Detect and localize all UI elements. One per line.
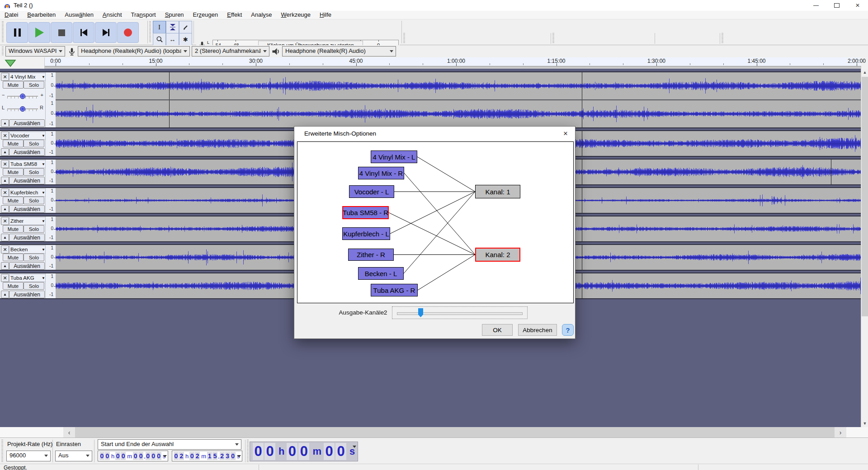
time-ruler-scale[interactable]: 0:0015:0030:0045:001:00:001:15:001:30:00… (44, 57, 861, 69)
toolbar-grip[interactable] (2, 47, 4, 56)
toolbar-grip[interactable] (1, 440, 3, 462)
collapse-icon[interactable]: ▲ (1, 234, 9, 241)
select-button[interactable]: Auswählen (9, 291, 45, 298)
envelope-tool-button[interactable] (166, 21, 179, 33)
track-name-menu[interactable]: Becken▼ (9, 245, 47, 254)
mixer-track-node[interactable]: Zither - R (348, 249, 394, 261)
menu-werkzeuge[interactable]: Werkzeuge (277, 11, 316, 19)
close-button[interactable]: ✕ (847, 0, 868, 11)
selection-end-field[interactable]: 02h02m15,230s (172, 451, 242, 461)
solo-button[interactable]: Solo (24, 254, 44, 261)
collapse-icon[interactable]: ▲ (1, 119, 9, 127)
stop-button[interactable] (51, 22, 72, 43)
waveform-canvas[interactable] (56, 72, 861, 99)
horizontal-scrollbar[interactable]: ‹ › (0, 427, 868, 438)
skip-to-start-button[interactable] (73, 22, 94, 43)
vertical-scrollbar-thumb[interactable] (862, 77, 868, 316)
snap-select[interactable]: Aus (55, 451, 92, 461)
mixer-track-node[interactable]: Tuba SM58 - R (342, 206, 389, 219)
close-track-icon[interactable]: ✕ (1, 132, 9, 140)
select-button[interactable]: Auswählen (9, 177, 45, 184)
vertical-ruler[interactable]: 10-110-1 (45, 72, 56, 127)
pan-thumb[interactable] (20, 106, 25, 112)
play-button[interactable] (28, 22, 50, 43)
mute-button[interactable]: Mute (3, 81, 24, 89)
dialog-close-icon[interactable]: ✕ (560, 129, 571, 138)
draw-tool-button[interactable] (179, 21, 192, 33)
close-track-icon[interactable]: ✕ (1, 188, 9, 197)
select-button[interactable]: Auswählen (9, 262, 45, 270)
toolbar-grip[interactable] (2, 21, 4, 43)
output-channels-slider[interactable] (392, 306, 528, 319)
help-button[interactable]: ? (562, 324, 574, 336)
menu-transport[interactable]: Transport (127, 11, 160, 19)
mixer-track-node[interactable]: Tuba AKG - R (371, 284, 418, 296)
pinned-play-head-icon[interactable] (5, 59, 16, 67)
solo-button[interactable]: Solo (24, 225, 44, 233)
waveform-canvas[interactable] (56, 100, 861, 127)
menu-erzeugen[interactable]: Erzeugen (189, 11, 223, 19)
solo-button[interactable]: Solo (24, 197, 44, 204)
ok-button[interactable]: OK (482, 324, 513, 336)
slider-groove[interactable] (397, 312, 523, 315)
mixer-track-node[interactable]: Vocoder - L (349, 185, 394, 198)
collapse-icon[interactable]: ▲ (1, 205, 9, 213)
close-track-icon[interactable]: ✕ (1, 274, 9, 282)
select-button[interactable]: Auswählen (9, 148, 45, 156)
vertical-ruler[interactable]: 10-1 (45, 160, 56, 184)
timeshift-tool-button[interactable]: ↔ (166, 33, 179, 46)
menu-datei[interactable]: Datei (0, 11, 23, 19)
audio-host-select[interactable]: Windows WASAPI (5, 46, 65, 56)
track-name-menu[interactable]: Tuba AKG▼ (9, 274, 47, 282)
close-track-icon[interactable]: ✕ (1, 160, 9, 168)
track-waveform-area[interactable] (56, 72, 861, 127)
close-track-icon[interactable]: ✕ (1, 245, 9, 254)
toolbar-grip[interactable] (722, 33, 723, 44)
skip-to-end-button[interactable] (95, 22, 117, 43)
select-button[interactable]: Auswählen (9, 205, 45, 213)
menu-bearbeiten[interactable]: Bearbeiten (23, 11, 60, 19)
mixer-track-node[interactable]: 4 Vinyl Mix - L (371, 150, 417, 163)
close-track-icon[interactable]: ✕ (1, 217, 9, 225)
recording-channels-select[interactable]: 2 (Stereo) Aufnahmekanäle (192, 46, 269, 56)
selection-tool-button[interactable]: I (153, 21, 166, 33)
toolbar-grip[interactable] (552, 33, 554, 44)
vertical-ruler[interactable]: 10-1 (45, 188, 56, 213)
gain-thumb[interactable] (20, 94, 25, 99)
collapse-icon[interactable]: ▲ (1, 148, 9, 156)
menu-analyse[interactable]: Analyse (246, 11, 276, 19)
mixer-track-node[interactable]: Becken - L (358, 267, 404, 280)
mute-button[interactable]: Mute (3, 168, 24, 176)
record-button[interactable] (117, 22, 139, 43)
track-name-menu[interactable]: Kupferblech▼ (9, 188, 47, 197)
select-button[interactable]: Auswählen (9, 119, 45, 127)
vertical-ruler[interactable]: 10-1 (45, 216, 56, 241)
mute-button[interactable]: Mute (3, 225, 24, 233)
select-button[interactable]: Auswählen (9, 234, 45, 241)
cancel-button[interactable]: Abbrechen (518, 324, 557, 336)
toolbar-grip[interactable] (149, 21, 151, 43)
project-rate-select[interactable]: 96000 (6, 451, 51, 461)
horizontal-scrollbar-track[interactable] (75, 427, 835, 438)
solo-button[interactable]: Solo (24, 140, 44, 147)
scroll-right-icon[interactable]: › (835, 427, 846, 438)
zoom-tool-button[interactable] (153, 33, 166, 46)
menu-hilfe[interactable]: Hilfe (315, 11, 336, 19)
toolbar-grip[interactable] (247, 440, 249, 462)
toolbar-grip[interactable] (403, 33, 405, 44)
collapse-icon[interactable]: ▲ (1, 291, 9, 298)
track-name-menu[interactable]: Vocoder▼ (9, 132, 47, 140)
vertical-ruler[interactable]: 10-1 (45, 131, 56, 156)
scroll-left-icon[interactable]: ‹ (63, 427, 75, 438)
selection-mode-select[interactable]: Start und Ende der Auswahl (98, 439, 241, 450)
mixer-track-node[interactable]: Kupferblech - L (342, 227, 390, 240)
solo-button[interactable]: Solo (24, 282, 44, 290)
minimize-button[interactable]: — (806, 0, 826, 11)
track-name-menu[interactable]: Zither▼ (9, 217, 47, 225)
menu-effekt[interactable]: Effekt (222, 11, 246, 19)
mute-button[interactable]: Mute (3, 282, 24, 290)
mute-button[interactable]: Mute (3, 140, 24, 147)
mute-button[interactable]: Mute (3, 197, 24, 204)
vertical-scrollbar[interactable]: ▲ ▼ (861, 69, 868, 427)
solo-button[interactable]: Solo (24, 168, 44, 176)
